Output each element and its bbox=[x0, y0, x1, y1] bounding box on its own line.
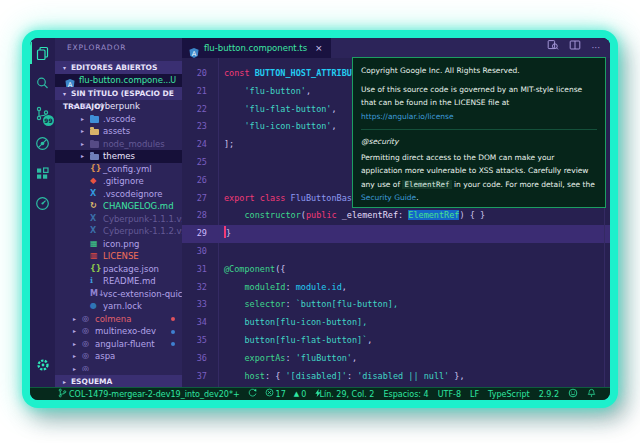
code-line-30[interactable]: 30 bbox=[182, 243, 610, 261]
tree-item-aspa[interactable]: ▸◎aspa bbox=[55, 350, 182, 363]
line-number: 28 bbox=[182, 207, 207, 225]
code-line-28[interactable]: 28 constructor(public _elementRef: Eleme… bbox=[182, 207, 610, 225]
code-line-36[interactable]: 36 exportAs: 'fluButton', bbox=[182, 350, 610, 368]
tree-item--vscodeignore[interactable]: X.vscodeignore bbox=[55, 188, 182, 201]
error-icon bbox=[265, 388, 274, 400]
chevron-down-icon: ▾ bbox=[63, 87, 71, 100]
tree-item-changelog-md[interactable]: ↻CHANGELOG.md bbox=[55, 200, 182, 213]
code-text: button[flu-icon-button], bbox=[224, 314, 367, 332]
eol[interactable]: LF bbox=[470, 388, 479, 400]
hover-tooltip: Copyright Google Inc. All Rights Reserve… bbox=[352, 57, 606, 208]
tree-item-label: Cyberpunk-1.1.2.vsix bbox=[103, 225, 182, 238]
tree-item-cyberpunk-1-1-2-vsix[interactable]: XCyberpunk-1.1.2.vsix bbox=[55, 225, 182, 238]
feedback[interactable] bbox=[568, 388, 578, 401]
file-type-icon: ↻ bbox=[90, 200, 97, 213]
outline-header[interactable]: ▸ESQUEMA bbox=[55, 375, 182, 387]
code-text: 'flu-flat-button', bbox=[224, 101, 337, 119]
tree-item--config-yml[interactable]: {}_config.yml bbox=[55, 163, 182, 176]
source-control-icon[interactable]: 99 bbox=[30, 98, 55, 128]
code-line-33[interactable]: 33 selector: `button[flu-button], bbox=[182, 296, 610, 314]
security-tag: @security bbox=[361, 135, 597, 149]
tree-item-icon-png[interactable]: ▦icon.png bbox=[55, 238, 182, 251]
code-line-34[interactable]: 34 button[flu-icon-button], bbox=[182, 314, 610, 332]
line-number: 34 bbox=[182, 314, 207, 332]
tree-item-label: colmena bbox=[95, 313, 131, 326]
tree-item-label: vsc-extension-quicksta.. bbox=[103, 288, 182, 301]
tab-bar: A flu-button.component.ts × ··· bbox=[182, 38, 610, 58]
tree-item-assets[interactable]: ▸assets bbox=[55, 125, 182, 138]
indentation[interactable]: Espacios: 4 bbox=[383, 388, 428, 400]
license-link[interactable]: https://angular.io/license bbox=[361, 112, 454, 121]
code-line-29[interactable]: 29} bbox=[182, 225, 610, 243]
code-text: 'flu-button', bbox=[224, 83, 311, 101]
line-number: 21 bbox=[182, 83, 207, 101]
more-actions-icon[interactable]: ··· bbox=[591, 38, 600, 58]
code-line-32[interactable]: 32 moduleId: module.id, bbox=[182, 279, 610, 297]
tree-item-label: themes bbox=[103, 150, 135, 163]
sync-status[interactable] bbox=[248, 388, 257, 400]
notifications[interactable] bbox=[587, 388, 596, 401]
code-line-37[interactable]: 37 host: { '[disabled]': 'disabled || nu… bbox=[182, 368, 610, 386]
chevron-icon: ▸ bbox=[81, 113, 84, 126]
git-branch-status[interactable]: COL-1479-mergear-2-dev19_into_dev20*+ bbox=[58, 388, 240, 401]
split-editor-icon[interactable] bbox=[569, 38, 581, 58]
elementref-code: ElementRef bbox=[402, 180, 451, 189]
smiley-icon bbox=[568, 388, 578, 401]
line-number: 35 bbox=[182, 332, 207, 350]
status-text: Lín. 29, Col. 2 bbox=[319, 388, 374, 400]
folder-icon bbox=[90, 129, 99, 136]
search-icon[interactable] bbox=[30, 68, 55, 98]
tree-item-hidden[interactable]: ▸◎ bbox=[55, 363, 182, 372]
tree-item--gitignore[interactable]: ◆.gitignore bbox=[55, 175, 182, 188]
code-line-35[interactable]: 35 button[flu-flat-button]`, bbox=[182, 332, 610, 350]
typescript-version[interactable]: 2.9.2 bbox=[539, 388, 559, 400]
git-branch-icon bbox=[58, 388, 67, 401]
tree-item-readme-md[interactable]: ℹREADME.md bbox=[55, 275, 182, 288]
tree-item-cyberpunk[interactable]: ▾◎cyberpunk bbox=[55, 100, 182, 113]
tree-item-vsc-extension-quicksta-[interactable]: M↓vsc-extension-quicksta.. bbox=[55, 288, 182, 301]
explorer-icon[interactable] bbox=[30, 38, 55, 68]
cursor-position[interactable]: Lín. 29, Col. 2 bbox=[319, 388, 374, 400]
tree-item-package-json[interactable]: {}package.json bbox=[55, 263, 182, 276]
extensions-icon[interactable] bbox=[30, 158, 55, 188]
folder-icon bbox=[90, 154, 99, 161]
code-line-31[interactable]: 31@Component({ bbox=[182, 261, 610, 279]
tree-item-license[interactable]: ▥LICENSE bbox=[55, 250, 182, 263]
tree-item--vscode[interactable]: ▸.vscode bbox=[55, 113, 182, 126]
svg-text:A: A bbox=[192, 49, 197, 57]
open-editors-header[interactable]: ▾EDITORES ABIERTOS bbox=[55, 61, 182, 74]
status-text: 0 bbox=[301, 388, 306, 400]
chevron-icon: ▸ bbox=[73, 363, 76, 372]
open-editor-item[interactable]: A flu-button.compone... U bbox=[55, 74, 182, 87]
tree-item-cyberpunk-1-1-1-vsix[interactable]: XCyberpunk-1.1.1.vsix bbox=[55, 213, 182, 226]
tab-flu-button-component[interactable]: A flu-button.component.ts × bbox=[182, 38, 331, 58]
tree-item-yarn-lock[interactable]: ●yarn.lock bbox=[55, 300, 182, 313]
tree-item-multinexo-dev[interactable]: ▸◎multinexo-dev bbox=[55, 325, 182, 338]
chevron-icon: ▸ bbox=[73, 350, 76, 363]
close-icon[interactable]: × bbox=[315, 43, 323, 53]
compass-icon[interactable] bbox=[30, 188, 55, 218]
tree-item-themes[interactable]: ▸themes bbox=[55, 150, 182, 163]
language-mode[interactable]: TypeScript bbox=[488, 388, 530, 400]
chevron-down-icon: ▾ bbox=[63, 61, 71, 74]
tree-item-node-modules[interactable]: ▸node_modules bbox=[55, 138, 182, 151]
file-type-icon: ◆ bbox=[90, 175, 96, 188]
debug-icon[interactable] bbox=[30, 128, 55, 158]
tree-item-angular-fluent[interactable]: ▸◎angular-fluent bbox=[55, 338, 182, 351]
tree-item-colmena[interactable]: ▸◎colmena bbox=[55, 313, 182, 326]
encoding[interactable]: UTF-8 bbox=[438, 388, 461, 400]
line-number: 27 bbox=[182, 190, 207, 208]
warning-count[interactable]: ▲0 bbox=[294, 388, 306, 400]
file-type-icon: ▦ bbox=[90, 238, 98, 251]
gear-icon[interactable] bbox=[30, 353, 55, 377]
line-number: 31 bbox=[182, 261, 207, 279]
workspace-header[interactable]: ▾SIN TÍTULO (ESPACIO DE TRABAJO) bbox=[55, 87, 182, 100]
error-count[interactable]: 17 bbox=[265, 388, 286, 400]
security-guide-link[interactable]: Security Guide bbox=[361, 193, 416, 202]
line-number: 33 bbox=[182, 296, 207, 314]
file-tree: ▾◎cyberpunk▸.vscode▸assets▸node_modules▸… bbox=[55, 100, 182, 371]
line-number: 20 bbox=[182, 65, 207, 83]
status-text: UTF-8 bbox=[438, 388, 461, 400]
open-preview-icon[interactable] bbox=[547, 38, 559, 58]
warning-icon: ▲ bbox=[294, 388, 299, 400]
